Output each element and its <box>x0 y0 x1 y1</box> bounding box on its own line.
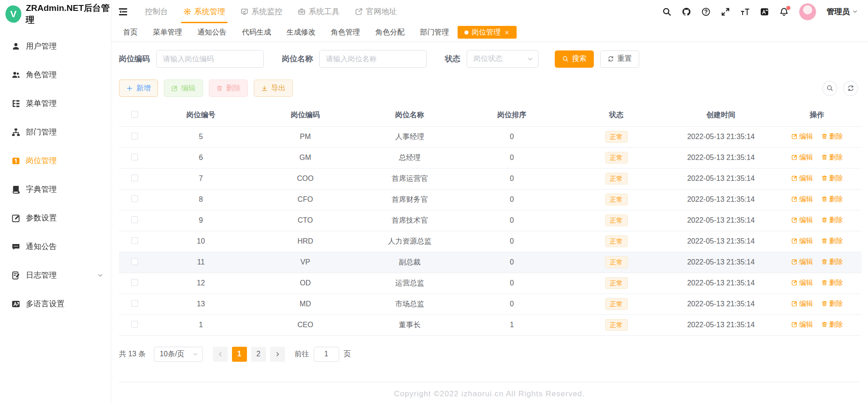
export-button[interactable]: 导出 <box>254 80 293 97</box>
sidebar-item-user[interactable]: 用户管理 <box>0 32 111 60</box>
sidebar-item-edit-square[interactable]: 参数设置 <box>0 204 111 232</box>
nav-item[interactable]: 系统管理 <box>176 0 233 23</box>
tab-角色分配[interactable]: 角色分配 <box>369 26 411 39</box>
github-button[interactable] <box>682 7 691 16</box>
bell-button[interactable] <box>779 7 789 16</box>
goto-page-input[interactable] <box>314 347 339 362</box>
row-checkbox[interactable] <box>131 175 138 181</box>
user-menu[interactable]: 管理员 <box>827 6 858 17</box>
sidebar-item-post[interactable]: 岗位管理 <box>0 146 111 175</box>
row-delete-label: 删除 <box>829 132 843 141</box>
sidebar-item-menu-tree[interactable]: 菜单管理 <box>0 89 111 118</box>
language-button[interactable] <box>760 7 769 16</box>
tab-首页[interactable]: 首页 <box>116 26 144 39</box>
help-button[interactable] <box>701 7 710 16</box>
cell-code: PM <box>252 126 359 147</box>
nav-item[interactable]: 控制台 <box>137 0 176 23</box>
page-button-1[interactable]: 1 <box>232 347 247 362</box>
post-name-input[interactable] <box>319 50 427 68</box>
tab-岗位管理[interactable]: 岗位管理 <box>458 26 517 39</box>
status-select[interactable]: 岗位状态 <box>467 50 538 68</box>
show-search-toggle-button[interactable] <box>822 81 837 96</box>
row-checkbox[interactable] <box>131 300 138 307</box>
reset-button[interactable]: 重置 <box>600 50 639 68</box>
select-all-checkbox[interactable] <box>131 111 138 118</box>
cell-created: 2022-05-13 21:35:14 <box>670 231 772 252</box>
row-edit-button[interactable]: 编辑 <box>791 174 813 183</box>
row-checkbox[interactable] <box>131 279 138 286</box>
edit-button[interactable]: 编辑 <box>164 80 203 97</box>
tab-角色管理[interactable]: 角色管理 <box>324 26 367 39</box>
row-checkbox[interactable] <box>131 237 138 244</box>
row-edit-button[interactable]: 编辑 <box>791 237 813 245</box>
tab-部门管理[interactable]: 部门管理 <box>413 26 456 39</box>
refresh-icon <box>607 55 614 62</box>
delete-button[interactable]: 删除 <box>209 80 248 97</box>
row-checkbox[interactable] <box>131 133 138 140</box>
sidebar-item-log[interactable]: 日志管理 <box>0 261 111 289</box>
user-icon <box>11 42 20 51</box>
cell-name: 运营总监 <box>359 273 461 294</box>
sidebar-item-chat[interactable]: 通知公告 <box>0 232 111 261</box>
tab-代码生成[interactable]: 代码生成 <box>235 26 278 39</box>
column-header: 岗位排序 <box>461 104 563 126</box>
row-edit-button[interactable]: 编辑 <box>791 132 813 141</box>
row-delete-button[interactable]: 删除 <box>821 258 843 266</box>
avatar[interactable] <box>799 3 816 20</box>
tab-通知公告[interactable]: 通知公告 <box>191 26 233 39</box>
nav-item[interactable]: 系统监控 <box>233 0 290 23</box>
tab-菜单管理[interactable]: 菜单管理 <box>146 26 189 39</box>
row-edit-button[interactable]: 编辑 <box>791 320 813 329</box>
chevron-down-icon <box>192 351 198 357</box>
cell-sort: 1 <box>461 314 563 335</box>
post-code-input[interactable] <box>156 50 264 68</box>
row-delete-button[interactable]: 删除 <box>821 174 843 183</box>
row-delete-button[interactable]: 删除 <box>821 299 843 308</box>
next-page-button[interactable] <box>270 347 285 362</box>
row-delete-button[interactable]: 删除 <box>821 320 843 329</box>
row-edit-button[interactable]: 编辑 <box>791 299 813 308</box>
row-delete-button[interactable]: 删除 <box>821 195 843 204</box>
row-delete-button[interactable]: 删除 <box>821 132 843 141</box>
tab-生成修改[interactable]: 生成修改 <box>280 26 322 39</box>
row-edit-button[interactable]: 编辑 <box>791 195 813 204</box>
nav-item[interactable]: 官网地址 <box>347 0 404 23</box>
refresh-table-button[interactable] <box>843 81 858 96</box>
sidebar-collapse-button[interactable] <box>117 6 129 18</box>
app-logo[interactable]: V ZRAdmin.NET后台管理 <box>0 0 111 28</box>
prev-page-button[interactable] <box>213 347 228 362</box>
font-size-button[interactable] <box>740 7 750 16</box>
row-delete-button[interactable]: 删除 <box>821 237 843 245</box>
page-size-select[interactable]: 10条/页 <box>154 347 203 362</box>
cell-status: 正常 <box>563 231 670 252</box>
row-checkbox[interactable] <box>131 321 138 328</box>
row-edit-button[interactable]: 编辑 <box>791 216 813 224</box>
search-button[interactable] <box>662 7 671 16</box>
add-button[interactable]: 新增 <box>119 80 158 97</box>
sidebar-item-dict[interactable]: 字典管理 <box>0 175 111 204</box>
row-delete-button[interactable]: 删除 <box>821 153 843 162</box>
row-edit-button[interactable]: 编辑 <box>791 279 813 287</box>
row-delete-button[interactable]: 删除 <box>821 216 843 224</box>
row-checkbox[interactable] <box>131 216 138 223</box>
page-button-2[interactable]: 2 <box>251 347 266 362</box>
row-delete-button[interactable]: 删除 <box>821 279 843 287</box>
sidebar-item-i18n[interactable]: 多语言设置 <box>0 289 111 318</box>
cell-sort: 0 <box>461 126 563 147</box>
fullscreen-button[interactable] <box>721 7 730 16</box>
sidebar-item-users[interactable]: 角色管理 <box>0 60 111 89</box>
status-badge: 正常 <box>605 152 628 164</box>
sidebar-item-org[interactable]: 部门管理 <box>0 118 111 146</box>
row-edit-button[interactable]: 编辑 <box>791 153 813 162</box>
nav-item[interactable]: 系统工具 <box>290 0 347 23</box>
sidebar-menu: 用户管理角色管理菜单管理部门管理岗位管理字典管理参数设置通知公告日志管理多语言设… <box>0 28 111 318</box>
row-checkbox[interactable] <box>131 154 138 160</box>
close-icon[interactable] <box>504 30 510 35</box>
download-icon <box>261 85 268 92</box>
search-button[interactable]: 搜索 <box>555 50 594 68</box>
row-checkbox[interactable] <box>131 195 138 202</box>
add-button-label: 新增 <box>136 84 151 93</box>
row-edit-button[interactable]: 编辑 <box>791 258 813 266</box>
app-title: ZRAdmin.NET后台管理 <box>26 2 111 26</box>
row-checkbox[interactable] <box>131 258 138 265</box>
